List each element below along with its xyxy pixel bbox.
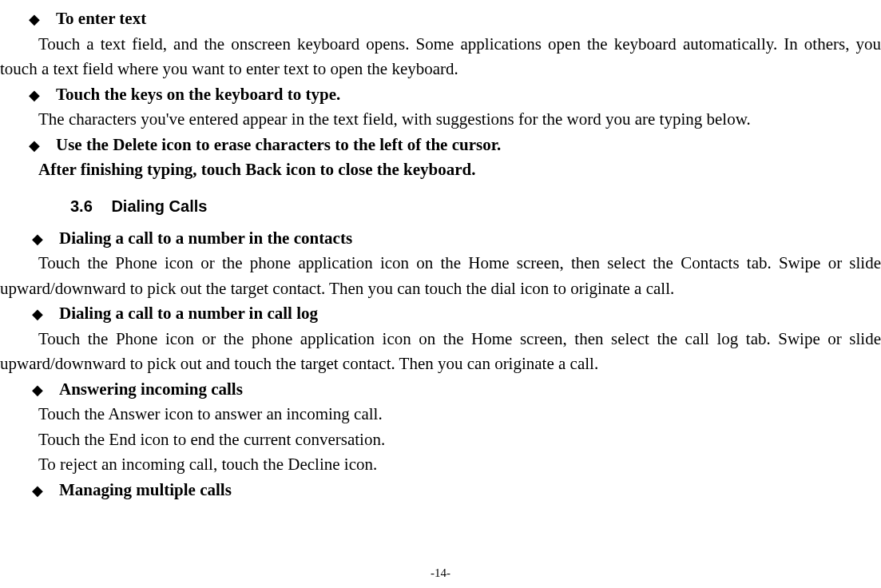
section-number: 3.6	[70, 197, 93, 215]
body-dial-contacts: Touch the Phone icon or the phone applic…	[0, 251, 881, 301]
bullet-subtitle: After finishing typing, touch Back icon …	[38, 157, 475, 183]
diamond-icon: ◆	[29, 85, 40, 106]
section-title: Dialing Calls	[111, 197, 207, 215]
answering-line1: Touch the Answer icon to answer an incom…	[0, 402, 881, 427]
page-number: -14-	[0, 564, 881, 582]
diamond-icon: ◆	[29, 9, 40, 30]
answering-line2: Touch the End icon to end the current co…	[0, 427, 881, 453]
bullet-dial-contacts: ◆ Dialing a call to a number in the cont…	[0, 226, 881, 252]
bullet-title: Use the Delete icon to erase characters …	[56, 133, 501, 158]
body-touch-keys: The characters you've entered appear in …	[0, 107, 881, 133]
answering-line3: To reject an incoming call, touch the De…	[0, 452, 881, 478]
bullet-dial-call-log: ◆ Dialing a call to a number in call log	[0, 301, 881, 327]
diamond-icon: ◆	[32, 379, 43, 401]
body-enter-text: Touch a text field, and the onscreen key…	[0, 32, 881, 82]
bullet-title: Touch the keys on the keyboard to type.	[56, 82, 340, 108]
diamond-icon: ◆	[32, 304, 43, 325]
body-dial-call-log: Touch the Phone icon or the phone applic…	[0, 327, 881, 377]
bullet-touch-keys: ◆ Touch the keys on the keyboard to type…	[0, 82, 881, 108]
bullet-answering: ◆ Answering incoming calls	[0, 377, 881, 403]
bullet-title: Dialing a call to a number in call log	[59, 301, 318, 327]
bullet-enter-text: ◆ To enter text	[0, 6, 881, 32]
bullet-managing: ◆ Managing multiple calls	[0, 478, 881, 503]
diamond-icon: ◆	[29, 135, 40, 157]
page-content: ◆ To enter text Touch a text field, and …	[0, 0, 881, 503]
bullet-subtitle-line: After finishing typing, touch Back icon …	[0, 157, 881, 183]
bullet-delete-icon: ◆ Use the Delete icon to erase character…	[0, 133, 881, 158]
bullet-title: Managing multiple calls	[59, 478, 232, 503]
bullet-title: Answering incoming calls	[59, 377, 243, 403]
diamond-icon: ◆	[32, 480, 43, 502]
diamond-icon: ◆	[32, 228, 43, 250]
bullet-title: To enter text	[56, 6, 146, 32]
bullet-title: Dialing a call to a number in the contac…	[59, 226, 352, 252]
section-heading: 3.6 Dialing Calls	[0, 194, 881, 218]
